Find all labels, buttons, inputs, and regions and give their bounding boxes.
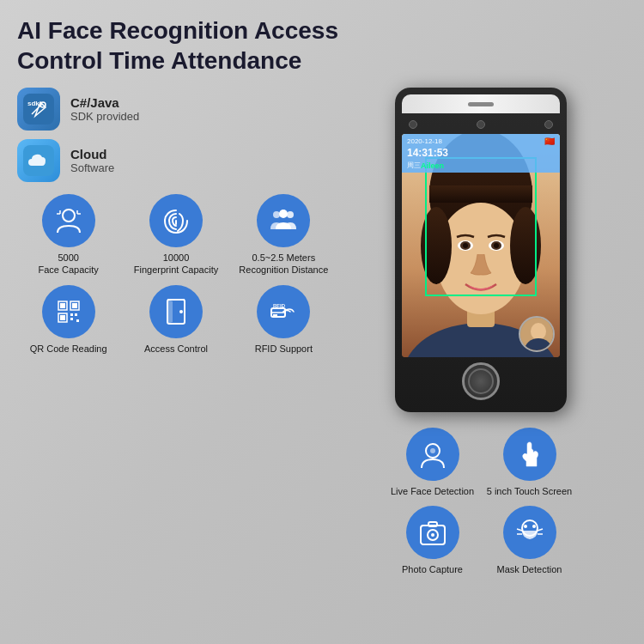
svg-point-39 [463, 243, 468, 248]
access-control-icon [149, 285, 203, 338]
svg-text:sdk: sdk [27, 100, 39, 107]
svg-text:RFID: RFID [273, 303, 286, 308]
sensor-1 [409, 120, 417, 129]
svg-point-45 [531, 323, 546, 340]
sdk-text: C#/Java SDK provided [70, 95, 139, 123]
feature-photo-capture: Photo Capture [386, 506, 478, 575]
photo-capture-icon [406, 506, 459, 559]
sdk-icon: sdk [17, 88, 60, 131]
screen-face-bg: 2020-12-18 14:31:53 周三 🇨🇳 Aileen [402, 134, 560, 357]
screen-thumbnail [519, 316, 555, 352]
left-panel: sdk C#/Java SDK provided [17, 88, 335, 576]
sensor-bar [468, 102, 494, 106]
cloud-icon [17, 139, 60, 182]
svg-rect-21 [76, 319, 79, 322]
rfid-label: RFID Support [255, 343, 313, 355]
svg-point-24 [179, 310, 183, 313]
fingerprint-capacity-label: 10000Fingerprint Capacity [134, 252, 218, 276]
device: 2020-12-18 14:31:53 周三 🇨🇳 Aileen [395, 88, 567, 412]
main-layout: sdk C#/Java SDK provided [17, 88, 627, 576]
face-capacity-icon [42, 194, 95, 247]
svg-point-9 [273, 211, 280, 218]
photo-capture-label: Photo Capture [402, 563, 463, 575]
svg-rect-20 [70, 318, 73, 320]
live-face-label: Live Face Detection [391, 485, 474, 497]
qr-code-icon [42, 285, 95, 338]
recognition-distance-icon [257, 194, 310, 247]
feature-touch-screen: 5 inch Touch Screen [483, 428, 575, 497]
sensor-3 [544, 120, 553, 129]
access-control-label: Access Control [144, 343, 208, 355]
rfid-icon: RFID [257, 285, 310, 338]
sdk-badge: sdk C#/Java SDK provided [17, 88, 335, 131]
right-features: Live Face Detection 5 inch Touch Screen [378, 428, 584, 576]
svg-point-51 [431, 533, 434, 537]
feature-rfid: RFID RFID Support [233, 285, 335, 355]
svg-point-11 [279, 210, 288, 218]
title-section: AI Face Recognition Access Control Time … [17, 15, 627, 76]
feature-access-control: Access Control [125, 285, 227, 355]
svg-rect-15 [72, 303, 77, 308]
feature-qr-code: QR Code Reading [17, 285, 119, 355]
svg-point-48 [430, 448, 435, 453]
svg-point-58 [524, 525, 527, 528]
sensor-2 [477, 120, 485, 129]
fp-inner [468, 368, 494, 394]
badge-section: sdk C#/Java SDK provided [17, 88, 335, 182]
feature-face-capacity: 5000Face Capacity [17, 194, 119, 276]
cloud-text: Cloud Software [70, 147, 114, 174]
device-top-bar [402, 94, 560, 113]
cloud-badge: Cloud Software [17, 139, 335, 182]
mask-detection-icon [503, 506, 556, 559]
live-face-icon [406, 428, 459, 481]
svg-point-10 [287, 211, 294, 218]
qr-code-label: QR Code Reading [30, 343, 107, 355]
feature-recognition-distance: 0.5~2.5 MetersRecognition Distance [233, 194, 335, 276]
touch-screen-icon [503, 428, 556, 481]
screen-flag: 🇨🇳 [544, 137, 555, 146]
recognition-distance-label: 0.5~2.5 MetersRecognition Distance [239, 252, 328, 276]
svg-rect-52 [428, 522, 437, 526]
svg-rect-19 [75, 313, 77, 316]
svg-point-4 [63, 210, 75, 222]
fingerprint-reader[interactable] [462, 362, 500, 400]
feature-mask-detection: Mask Detection [483, 506, 575, 575]
page-wrapper: AI Face Recognition Access Control Time … [0, 0, 644, 644]
svg-rect-31 [429, 185, 532, 203]
feature-live-face: Live Face Detection [386, 428, 478, 497]
bottom-left-features: 5000Face Capacity 10000Fingerprint Capa [17, 194, 335, 355]
page-title: AI Face Recognition Access Control Time … [17, 15, 627, 76]
svg-rect-18 [70, 313, 73, 316]
svg-rect-17 [60, 315, 65, 320]
svg-point-42 [494, 243, 499, 248]
touch-screen-label: 5 inch Touch Screen [487, 485, 572, 497]
device-sensors [402, 117, 560, 132]
fingerprint-capacity-icon [149, 194, 203, 247]
right-panel: 2020-12-18 14:31:53 周三 🇨🇳 Aileen [335, 88, 627, 576]
feature-fingerprint-capacity: 10000Fingerprint Capacity [125, 194, 227, 276]
name-tag: Aileen [421, 161, 444, 170]
mask-detection-label: Mask Detection [497, 563, 562, 575]
svg-rect-27 [273, 314, 277, 316]
device-screen: 2020-12-18 14:31:53 周三 🇨🇳 Aileen [402, 134, 560, 357]
svg-point-59 [532, 525, 536, 528]
svg-rect-13 [60, 303, 65, 308]
svg-rect-0 [23, 94, 54, 125]
face-capacity-label: 5000Face Capacity [39, 252, 99, 276]
